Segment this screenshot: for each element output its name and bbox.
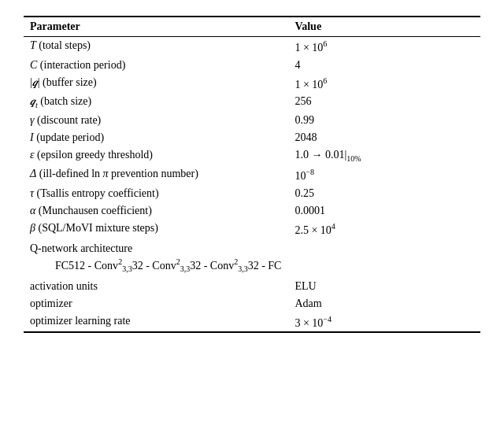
param-cell: activation units	[24, 278, 288, 295]
param-cell: β (SQL/MoVI mixture steps)	[24, 220, 288, 239]
value-cell: 3 × 10−4	[288, 312, 480, 333]
value-cell: 0.99	[288, 112, 480, 129]
table-row: T (total steps) 1 × 106	[24, 37, 480, 57]
parameters-table: Parameter Value T (total steps) 1 × 106 …	[24, 16, 480, 333]
value-cell: 1 × 106	[288, 37, 480, 57]
table-row: ε (epsilon greedy threshold) 1.0 → 0.01|…	[24, 146, 480, 165]
param-cell: Δ (ill-defined ln π prevention number)	[24, 165, 288, 185]
param-cell: γ (discount rate)	[24, 112, 288, 129]
value-cell: 2048	[288, 129, 480, 146]
value-cell: 0.25	[288, 185, 480, 202]
header-parameter: Parameter	[24, 17, 288, 37]
value-cell: 1 × 106	[288, 74, 480, 94]
table-row: Δ (ill-defined ln π prevention number) 1…	[24, 165, 480, 185]
param-cell: optimizer learning rate	[24, 312, 288, 333]
table-row: FC512 - Conv23,332 - Conv23,332 - Conv23…	[24, 257, 480, 277]
param-cell: I (update period)	[24, 129, 288, 146]
param-cell: T (total steps)	[24, 37, 288, 57]
table-row: Q-network architecture	[24, 238, 480, 257]
param-cell: α (Munchausen coefficient)	[24, 202, 288, 220]
value-cell: 10−8	[288, 165, 480, 185]
value-cell: 1.0 → 0.01|10%	[288, 146, 480, 165]
table-row: C (interaction period) 4	[24, 57, 480, 74]
table-row: α (Munchausen coefficient) 0.0001	[24, 202, 480, 220]
param-cell: optimizer	[24, 295, 288, 312]
param-cell: |𝒒| (buffer size)	[24, 74, 288, 94]
header-value: Value	[288, 17, 480, 37]
table-row: 𝒒t (batch size) 256	[24, 93, 480, 112]
table-row: optimizer learning rate 3 × 10−4	[24, 312, 480, 333]
table-row: β (SQL/MoVI mixture steps) 2.5 × 104	[24, 220, 480, 239]
param-cell: ε (epsilon greedy threshold)	[24, 146, 288, 165]
table-row: optimizer Adam	[24, 295, 480, 312]
table-row: I (update period) 2048	[24, 129, 480, 146]
param-cell: FC512 - Conv23,332 - Conv23,332 - Conv23…	[24, 257, 480, 277]
value-cell: Adam	[288, 295, 480, 312]
value-cell: 256	[288, 93, 480, 112]
table-container: Parameter Value T (total steps) 1 × 106 …	[24, 16, 480, 333]
value-cell: 4	[288, 57, 480, 74]
value-cell: 2.5 × 104	[288, 220, 480, 239]
value-cell: ELU	[288, 278, 480, 295]
table-row: |𝒒| (buffer size) 1 × 106	[24, 74, 480, 94]
table-row: τ (Tsallis entropy coefficient) 0.25	[24, 185, 480, 202]
param-cell: Q-network architecture	[24, 238, 480, 257]
table-row: activation units ELU	[24, 278, 480, 295]
value-cell: 0.0001	[288, 202, 480, 220]
param-cell: 𝒒t (batch size)	[24, 93, 288, 112]
param-cell: τ (Tsallis entropy coefficient)	[24, 185, 288, 202]
table-row: γ (discount rate) 0.99	[24, 112, 480, 129]
param-cell: C (interaction period)	[24, 57, 288, 74]
